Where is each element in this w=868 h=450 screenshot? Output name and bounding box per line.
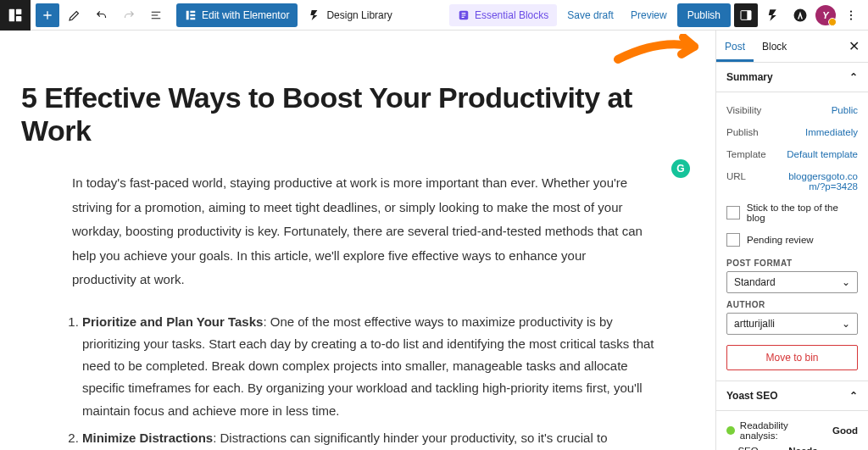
undo-icon	[94, 8, 109, 23]
redo-button[interactable]	[117, 3, 141, 27]
astra-button[interactable]	[788, 3, 812, 27]
preview-button[interactable]: Preview	[624, 9, 674, 21]
settings-sidebar: Post Block ✕ Summary ⌃ VisibilityPublic …	[715, 31, 868, 450]
redo-icon	[121, 8, 136, 23]
elementor-label: Edit with Elementor	[202, 9, 289, 21]
yoast-panel-toggle[interactable]: Yoast SEO ⌃	[716, 381, 868, 411]
essential-blocks-button[interactable]: Essential Blocks	[449, 4, 557, 26]
settings-toggle-button[interactable]	[734, 3, 758, 27]
design-library-button[interactable]: Design Library	[301, 3, 398, 27]
tab-block[interactable]: Block	[754, 31, 795, 62]
document-overview-button[interactable]	[144, 3, 168, 27]
astra-icon	[793, 8, 808, 23]
design-library-label: Design Library	[326, 9, 392, 21]
top-toolbar: Edit with Elementor Design Library Essen…	[0, 0, 868, 31]
editor-canvas[interactable]: 5 Effective Ways to Boost Your Productiv…	[0, 31, 715, 450]
readability-row[interactable]: Readability analysis: Good	[726, 418, 858, 443]
undo-button[interactable]	[90, 3, 114, 27]
summary-panel-toggle[interactable]: Summary ⌃	[716, 63, 868, 92]
url-label: URL	[726, 171, 746, 192]
template-value[interactable]: Default template	[787, 149, 858, 159]
template-label: Template	[726, 149, 766, 159]
checkbox-icon	[726, 233, 740, 247]
svg-rect-2	[16, 15, 21, 20]
visibility-value[interactable]: Public	[832, 105, 858, 115]
svg-point-11	[850, 10, 852, 12]
post-format-select[interactable]: Standard⌄	[726, 271, 858, 293]
pencil-icon	[67, 8, 82, 23]
svg-rect-6	[190, 17, 195, 19]
svg-rect-3	[186, 10, 189, 19]
chevron-up-icon: ⌃	[849, 390, 858, 402]
spectra-small-icon	[765, 8, 781, 23]
essential-blocks-icon	[458, 9, 470, 21]
visibility-label: Visibility	[726, 105, 761, 115]
post-intro[interactable]: In today's fast-paced world, staying pro…	[72, 171, 648, 292]
chevron-up-icon: ⌃	[849, 71, 858, 83]
sidebar-tabs: Post Block ✕	[716, 31, 868, 63]
grammarly-icon[interactable]: G	[671, 159, 690, 178]
publish-button[interactable]: Publish	[677, 3, 731, 27]
add-block-button[interactable]	[36, 3, 59, 27]
wp-logo[interactable]	[0, 0, 31, 31]
summary-panel: VisibilityPublic PublishImmediately Temp…	[716, 92, 868, 381]
scrollbar-thumb[interactable]	[715, 31, 716, 200]
move-to-bin-button[interactable]: Move to bin	[726, 345, 858, 370]
pending-review-checkbox[interactable]: Pending review	[726, 228, 858, 252]
checkbox-icon	[726, 206, 740, 219]
status-dot-good	[726, 426, 735, 435]
chevron-down-icon: ⌄	[842, 318, 850, 330]
publish-label: Publish	[726, 127, 759, 137]
seo-analysis-row[interactable]: SEO analysis: Needs improvement	[726, 443, 858, 450]
svg-rect-9	[747, 10, 751, 19]
post-title[interactable]: 5 Effective Ways to Boost Your Productiv…	[21, 81, 682, 147]
plus-icon	[41, 8, 54, 22]
spectra-icon	[308, 8, 321, 22]
close-sidebar-button[interactable]: ✕	[840, 38, 868, 54]
edit-mode-button[interactable]	[63, 3, 86, 27]
options-button[interactable]	[839, 3, 863, 27]
elementor-icon	[185, 9, 197, 21]
list-item: Minimize Distractions: Distractions can …	[82, 427, 659, 450]
svg-rect-4	[190, 10, 195, 12]
edit-with-elementor-button[interactable]: Edit with Elementor	[176, 3, 298, 27]
stick-top-checkbox[interactable]: Stick to the top of the blog	[726, 197, 858, 228]
author-select[interactable]: artturijalli⌄	[726, 313, 858, 335]
kebab-icon	[843, 8, 859, 23]
author-label: AUTHOR	[726, 300, 858, 309]
svg-rect-5	[190, 14, 195, 15]
svg-point-13	[850, 18, 852, 19]
save-draft-button[interactable]: Save draft	[560, 9, 620, 21]
yoast-button[interactable]: Y	[815, 5, 836, 25]
post-list[interactable]: Prioritize and Plan Your Tasks: One of t…	[82, 311, 659, 451]
svg-rect-0	[9, 8, 14, 21]
list-item: Prioritize and Plan Your Tasks: One of t…	[82, 311, 659, 422]
essential-blocks-label: Essential Blocks	[475, 9, 548, 21]
publish-value[interactable]: Immediately	[805, 127, 858, 137]
post-format-label: POST FORMAT	[726, 258, 858, 268]
chevron-down-icon: ⌄	[842, 276, 850, 288]
tab-post[interactable]: Post	[716, 31, 754, 62]
svg-point-12	[850, 14, 852, 15]
svg-rect-1	[16, 8, 21, 14]
sidebar-icon	[739, 8, 753, 22]
wordpress-icon	[6, 6, 25, 25]
url-value[interactable]: bloggersgoto.com/?p=3428	[777, 171, 858, 192]
spectra-toggle-button[interactable]	[761, 3, 785, 27]
list-icon	[148, 8, 164, 23]
yoast-panel: Readability analysis: Good SEO analysis:…	[716, 411, 868, 450]
